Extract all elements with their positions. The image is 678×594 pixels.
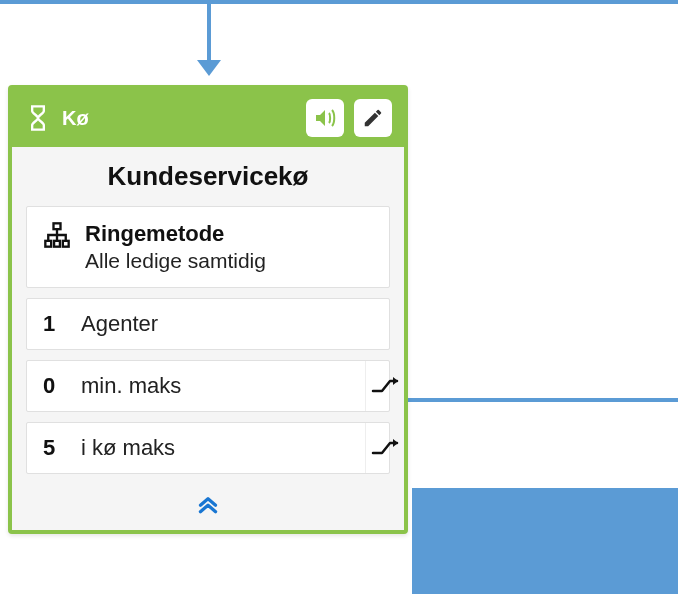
chevron-double-up-icon xyxy=(195,492,221,514)
arrow-down xyxy=(197,60,221,76)
ring-method-text: Ringemetode Alle ledige samtidig xyxy=(85,221,266,273)
row-agents[interactable]: 1 Agenter xyxy=(26,298,390,350)
svg-rect-0 xyxy=(54,223,61,229)
edit-button[interactable] xyxy=(354,99,392,137)
svg-rect-3 xyxy=(63,241,69,247)
sound-button[interactable] xyxy=(306,99,344,137)
blue-panel xyxy=(412,488,678,594)
collapse-button[interactable] xyxy=(26,484,390,524)
row-queue-max-branch[interactable] xyxy=(365,423,405,473)
branch-icon xyxy=(371,438,401,458)
hierarchy-icon xyxy=(43,221,71,249)
connector-top xyxy=(0,0,678,4)
row-agents-label: Agenter xyxy=(81,311,373,337)
svg-rect-1 xyxy=(45,241,51,247)
branch-icon xyxy=(371,376,401,396)
card-body: Kundeservicekø Ringemetode Alle ledige s… xyxy=(12,147,404,530)
row-min-max-count: 0 xyxy=(43,373,67,399)
card-header: Kø xyxy=(12,89,404,147)
sound-icon xyxy=(313,106,337,130)
connector-down xyxy=(207,0,211,64)
hourglass-icon xyxy=(24,104,52,132)
row-queue-max-label: i kø maks xyxy=(81,435,351,461)
row-queue-max-count: 5 xyxy=(43,435,67,461)
ring-method-label: Ringemetode xyxy=(85,221,266,247)
row-queue-max[interactable]: 5 i kø maks xyxy=(26,422,390,474)
ring-method-panel[interactable]: Ringemetode Alle ledige samtidig xyxy=(26,206,390,288)
edit-icon xyxy=(362,107,384,129)
row-min-max[interactable]: 0 min. maks xyxy=(26,360,390,412)
connector-right xyxy=(408,398,678,402)
row-min-max-branch[interactable] xyxy=(365,361,405,411)
svg-rect-2 xyxy=(54,241,60,247)
card-title: Kø xyxy=(62,107,296,130)
queue-title: Kundeservicekø xyxy=(26,161,390,192)
queue-card: Kø Kundeservicekø xyxy=(8,85,408,534)
ring-method-value: Alle ledige samtidig xyxy=(85,249,266,273)
row-agents-count: 1 xyxy=(43,311,67,337)
row-min-max-label: min. maks xyxy=(81,373,351,399)
